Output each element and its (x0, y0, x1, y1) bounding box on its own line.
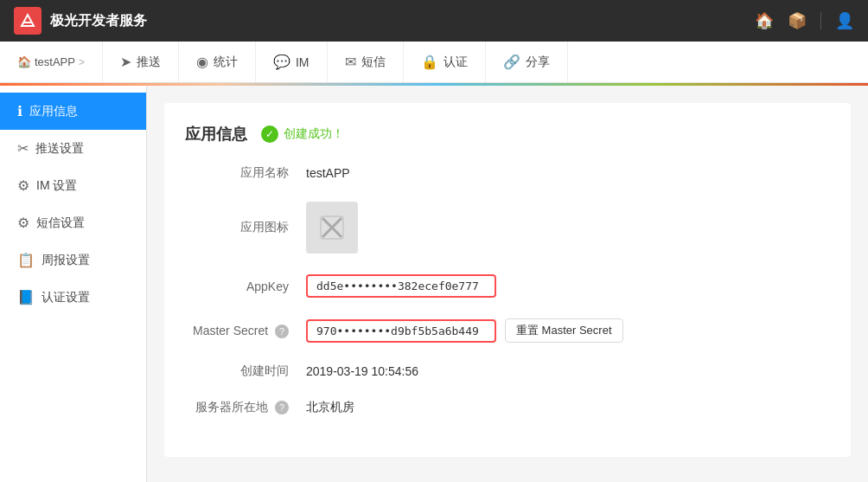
sidebar-item-auth-settings[interactable]: 📘 认证设置 (0, 279, 146, 316)
success-text: 创建成功！ (284, 126, 344, 142)
logo-icon (14, 7, 41, 35)
sub-nav: 🏠 testAPP > ➤ 推送 ◉ 统计 💬 IM ✉ 短信 🔒 认证 🔗 分… (0, 42, 868, 83)
im-label: IM (296, 55, 310, 69)
content-panel: 应用信息 ✓ 创建成功！ 应用名称 testAPP 应用图标 (164, 103, 851, 457)
subnav-auth[interactable]: 🔒 认证 (404, 42, 486, 82)
app-icon-label: 应用图标 (185, 220, 306, 235)
gear2-icon: ⚙ (17, 215, 29, 231)
sidebar-push-settings-label: 推送设置 (35, 141, 84, 157)
sidebar-app-info-label: 应用信息 (29, 104, 78, 119)
appkey-row: AppKey (185, 274, 830, 298)
master-secret-input[interactable] (306, 319, 496, 343)
subnav-share[interactable]: 🔗 分享 (486, 42, 568, 82)
main-layout: ℹ 应用信息 ✂ 推送设置 ⚙ IM 设置 ⚙ 短信设置 📋 周报设置 📘 认证… (0, 86, 868, 482)
user-icon[interactable]: 👤 (835, 11, 854, 30)
master-secret-value: 重置 Master Secret (306, 318, 623, 343)
app-icon-placeholder[interactable] (306, 202, 358, 254)
created-time-row: 创建时间 2019-03-19 10:54:56 (185, 363, 830, 379)
server-row: 服务器所在地 ? 北京机房 (185, 400, 830, 415)
content-header: 应用信息 ✓ 创建成功！ (185, 124, 830, 145)
app-name-label: 应用名称 (185, 165, 306, 181)
sidebar-im-settings-label: IM 设置 (36, 178, 77, 194)
created-time-value: 2019-03-19 10:54:56 (306, 364, 418, 378)
appkey-input[interactable] (306, 274, 496, 298)
sidebar-item-sms-settings[interactable]: ⚙ 短信设置 (0, 204, 146, 241)
stats-icon: ◉ (196, 54, 208, 70)
top-bar-left: 极光开发者服务 (14, 7, 147, 35)
push-icon: ➤ (120, 54, 131, 70)
sidebar: ℹ 应用信息 ✂ 推送设置 ⚙ IM 设置 ⚙ 短信设置 📋 周报设置 📘 认证… (0, 86, 147, 482)
server-help-icon[interactable]: ? (275, 401, 289, 415)
im-icon: 💬 (273, 54, 290, 70)
success-icon: ✓ (261, 125, 278, 143)
sidebar-item-push-settings[interactable]: ✂ 推送设置 (0, 130, 146, 167)
app-name: testAPP (35, 55, 75, 68)
share-label: 分享 (526, 55, 550, 70)
sidebar-weekly-settings-label: 周报设置 (41, 253, 90, 268)
content-title: 应用信息 (185, 124, 247, 145)
sms-label: 短信 (361, 55, 386, 70)
subnav-im[interactable]: 💬 IM (256, 42, 328, 82)
sms-icon: ✉ (345, 54, 356, 70)
sidebar-auth-settings-label: 认证设置 (41, 290, 90, 305)
weekly-icon: 📋 (17, 252, 35, 268)
svg-marker-0 (22, 15, 34, 26)
sidebar-item-weekly-settings[interactable]: 📋 周报设置 (0, 241, 146, 279)
top-bar: 极光开发者服务 🏠 📦 👤 (0, 0, 868, 42)
created-time-label: 创建时间 (185, 363, 306, 379)
master-secret-label: Master Secret ? (185, 324, 306, 338)
master-secret-row: Master Secret ? 重置 Master Secret (185, 318, 830, 343)
logo-text: 极光开发者服务 (50, 12, 147, 30)
gear-icon: ⚙ (17, 177, 29, 194)
chevron-icon: > (79, 56, 85, 68)
top-bar-right: 🏠 📦 👤 (755, 11, 854, 30)
appkey-label: AppKey (185, 280, 306, 293)
sidebar-sms-settings-label: 短信设置 (36, 215, 85, 231)
push-label: 推送 (137, 55, 161, 70)
stats-label: 统计 (214, 55, 238, 70)
divider (820, 12, 821, 29)
auth-icon: 🔒 (421, 54, 438, 70)
scissors-icon: ✂ (17, 140, 29, 157)
success-badge: ✓ 创建成功！ (261, 125, 344, 143)
server-value: 北京机房 (306, 400, 354, 415)
home-icon[interactable]: 🏠 (755, 11, 774, 30)
subnav-home[interactable]: 🏠 testAPP > (0, 42, 103, 82)
home-nav-icon: 🏠 (17, 55, 31, 68)
content-area: 应用信息 ✓ 创建成功！ 应用名称 testAPP 应用图标 (147, 86, 868, 482)
sidebar-item-app-info[interactable]: ℹ 应用信息 (0, 93, 146, 130)
info-icon: ℹ (17, 103, 22, 119)
master-secret-help-icon[interactable]: ? (275, 325, 289, 338)
reset-master-secret-button[interactable]: 重置 Master Secret (505, 318, 623, 343)
appkey-value (306, 274, 496, 298)
share-icon: 🔗 (503, 54, 520, 70)
book-icon: 📘 (17, 289, 35, 305)
app-icon-value (306, 202, 358, 254)
info-table: 应用名称 testAPP 应用图标 (185, 165, 830, 415)
app-name-value: testAPP (306, 166, 350, 180)
subnav-sms[interactable]: ✉ 短信 (328, 42, 404, 82)
sidebar-item-im-settings[interactable]: ⚙ IM 设置 (0, 167, 146, 204)
app-icon-row: 应用图标 (185, 202, 830, 254)
auth-label: 认证 (444, 55, 468, 70)
box-icon[interactable]: 📦 (788, 11, 807, 30)
subnav-stats[interactable]: ◉ 统计 (179, 42, 256, 82)
app-name-row: 应用名称 testAPP (185, 165, 830, 181)
subnav-push[interactable]: ➤ 推送 (103, 42, 179, 82)
server-label: 服务器所在地 ? (185, 400, 306, 415)
